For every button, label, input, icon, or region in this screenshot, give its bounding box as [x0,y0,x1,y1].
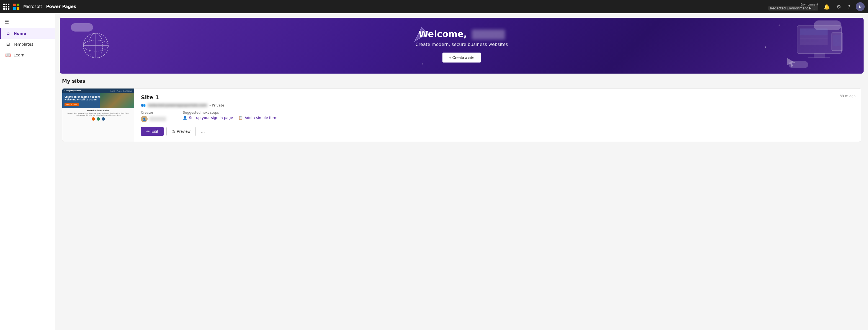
creator-name [149,117,166,121]
thumb-intro-section: Introduction section Create a short para… [62,108,134,142]
hero-content: Welcome, Create modern, secure business … [415,29,508,63]
thumb-dot-green [97,117,100,121]
globe-decoration [82,32,110,60]
sidebar-item-label-learn: Learn [13,53,24,57]
thumb-hero-section: Create an engaging headline, welcome, or… [62,93,134,108]
svg-rect-8 [814,54,825,58]
main-content: ✦ ✦ ✦ Welcome, Create modern, secure bus… [55,13,868,330]
my-sites-title: My sites [62,78,861,84]
privacy-badge: - Private [209,103,224,107]
sign-in-step-label: Set up your sign in page [189,116,233,120]
cloud-top-right [814,21,841,30]
avatar-initials: U [859,5,862,9]
site-thumbnail: Company name Home Pages Contact us [62,89,134,142]
top-nav-left: Microsoft Power Pages [3,4,765,10]
edit-icon: ✏ [147,129,150,134]
star-deco-1: ✦ [778,23,780,27]
site-info: 33 m ago Site 1 👥 redacted.powerappsport… [134,89,861,142]
app-brand-name: Microsoft Power Pages [23,4,76,9]
creator-label: Creator [141,111,166,114]
templates-icon: ⊞ [5,41,11,47]
thumb-intro-title: Introduction section [64,109,132,112]
thumb-intro-text: Create a short paragraph that shows your… [64,112,132,116]
creator-avatar: 👤 [141,116,148,122]
ellipsis-icon: ... [201,129,205,134]
thumb-image [100,93,134,108]
sidebar: ☰ ⌂ Home ⊞ Templates 📖 Learn [0,13,55,330]
environment-selector[interactable]: Environment Redacted Environment Name [768,3,818,10]
preview-button[interactable]: ◎ Preview [166,127,196,136]
app-launcher-icon[interactable] [3,4,9,10]
environment-value: Redacted Environment Name [768,6,818,10]
preview-label: Preview [177,129,190,134]
cloud-bottom-right [789,61,808,68]
next-steps-row: 👤 Set up your sign in page 📋 Add a simpl… [183,116,277,120]
add-form-step[interactable]: 📋 Add a simple form [238,116,277,120]
thumb-nav-contact: Contact us [123,90,132,92]
next-steps-label: Suggested next steps [183,111,277,114]
sidebar-item-label-home: Home [13,31,26,36]
star-deco-2: ✦ [765,46,767,49]
brand-ms: Microsoft [23,4,42,9]
svg-marker-16 [787,58,795,67]
thumbnail-inner: Company name Home Pages Contact us [62,89,134,142]
form-icon: 📋 [238,116,243,120]
sidebar-item-learn[interactable]: 📖 Learn [0,50,55,60]
thumb-company-name: Company name [64,90,82,92]
notification-icon: 🔔 [824,4,830,10]
sign-in-step[interactable]: 👤 Set up your sign in page [183,116,233,120]
thumb-color-dots [64,116,132,122]
hero-username-blur [472,30,505,39]
environment-label: Environment [801,3,818,6]
edit-label: Edit [151,129,158,134]
svg-rect-14 [832,33,843,51]
svg-rect-11 [800,29,828,35]
sidebar-item-label-templates: Templates [13,42,33,46]
monitor-decoration [792,24,847,63]
notification-button[interactable]: 🔔 [823,3,831,11]
creator-avatar-icon: 👤 [143,118,146,121]
create-site-button[interactable]: + Create a site [442,53,481,63]
brand-product: Power Pages [46,4,76,9]
svg-rect-7 [797,26,841,54]
site-name: Site 1 [141,94,855,101]
site-url-row: 👥 redacted.powerappsportals.com - Privat… [141,103,855,107]
top-nav-right: Environment Redacted Environment Name 🔔 … [768,2,865,11]
cloud-top-left [71,23,93,32]
edit-button[interactable]: ✏ Edit [141,127,164,136]
settings-button[interactable]: ⚙ [835,3,842,11]
gear-icon: ⚙ [836,4,841,10]
hamburger-icon: ☰ [4,19,9,25]
svg-point-2 [83,40,108,51]
thumb-nav-pages: Pages [117,90,122,92]
thumb-header: Company name Home Pages Contact us [62,89,134,93]
svg-rect-9 [808,57,830,58]
more-options-button[interactable]: ... [198,127,207,136]
sidebar-item-templates[interactable]: ⊞ Templates [0,39,55,50]
help-icon: ? [847,4,850,10]
my-sites-section: My sites Company name Home Pages Contact… [55,78,868,148]
thumb-nav: Home Pages Contact us [110,90,132,92]
thumb-dot-red [92,117,95,121]
thumb-hero-cta: Apply an action [64,103,79,106]
preview-icon: ◎ [172,129,175,134]
creator-column: Creator 👤 [141,111,166,122]
hero-subtitle: Create modern, secure business websites [415,42,508,47]
learn-icon: 📖 [5,52,11,58]
site-card: Company name Home Pages Contact us [62,88,861,142]
add-form-step-label: Add a simple form [245,116,277,120]
help-button[interactable]: ? [846,3,851,11]
thumb-hero-headline: Create an engaging headline, welcome, or… [64,96,102,101]
sidebar-toggle-button[interactable]: ☰ [0,15,55,28]
next-steps-column: Suggested next steps 👤 Set up your sign … [183,111,277,122]
thumb-dot-blue [102,117,105,121]
cursor-decoration [786,57,797,68]
user-avatar[interactable]: U [856,2,865,11]
signin-icon: 👤 [183,116,187,120]
star-deco-3: ✦ [422,63,423,65]
users-icon: 👥 [141,103,146,107]
meta-row: Creator 👤 Suggested next steps [141,111,855,122]
sidebar-item-home[interactable]: ⌂ Home [0,28,55,39]
svg-point-0 [83,33,108,58]
site-url: redacted.powerappsportals.com [147,103,208,107]
